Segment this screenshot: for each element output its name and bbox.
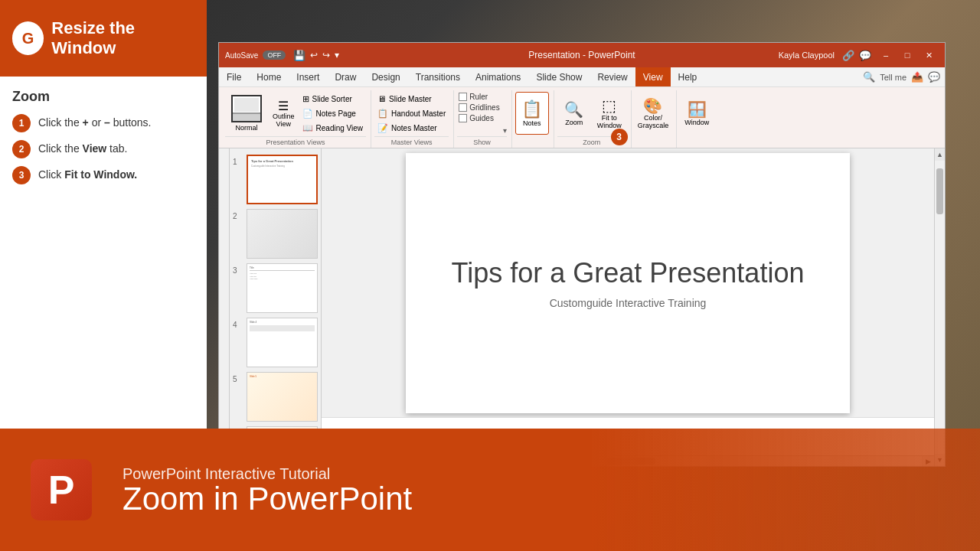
slide-main: Tips for a Great Presentation Customguid…	[322, 148, 934, 417]
cg-logo-letter: G	[22, 30, 34, 47]
title-bar: AutoSave OFF 💾 ↩ ↪ ▾ Presentation - Powe…	[219, 43, 945, 67]
notes-page-btn[interactable]: 📄 Notes Page	[299, 106, 367, 120]
normal-view-btn[interactable]: Normal	[225, 92, 268, 135]
menu-draw[interactable]: Draw	[327, 67, 364, 86]
show-label: Show	[457, 136, 506, 148]
ruler-checkbox[interactable]	[459, 93, 467, 101]
minimize-btn[interactable]: –	[876, 47, 896, 63]
slide-2[interactable]: 2	[233, 209, 318, 259]
step-2-text: Click the View tab.	[38, 140, 127, 157]
step-1: 1 Click the + or – buttons.	[12, 114, 194, 132]
comment-icon[interactable]: 💬	[859, 50, 871, 61]
slide-sorter-btn[interactable]: ⊞ Slide Sorter	[299, 92, 367, 106]
outline-view-icon: ☰	[278, 99, 289, 113]
menu-help[interactable]: Help	[671, 67, 705, 86]
notes-master-btn[interactable]: 📝 Notes Master	[374, 121, 449, 135]
slide-5[interactable]: 5 Slide 5	[233, 372, 318, 422]
slide-2-img[interactable]	[247, 209, 318, 259]
search-label[interactable]: Tell me	[880, 73, 906, 82]
slide-1[interactable]: 1 Tips for a Great Presentation Customgu…	[233, 155, 318, 204]
slide-sorter-icon: ⊞	[302, 94, 309, 104]
show-checkboxes: Ruler Gridlines Guides	[457, 92, 501, 123]
save-icon[interactable]: 💾	[293, 50, 305, 61]
slide-1-img[interactable]: Tips for a Great Presentation Customguid…	[247, 155, 318, 204]
slide-master-btn[interactable]: 🖥 Slide Master	[374, 92, 449, 106]
search-icon[interactable]: 🔍	[863, 71, 875, 83]
menu-slideshow[interactable]: Slide Show	[528, 67, 590, 86]
close-btn[interactable]: ✕	[919, 47, 939, 63]
slide-2-num: 2	[233, 212, 243, 220]
ppt-logo-area: P	[0, 459, 122, 520]
zoom-items: 🔍 Zoom ⬚ Fit toWindow	[557, 92, 626, 135]
guides-row[interactable]: Guides	[457, 113, 501, 123]
notes-page-icon: 📄	[302, 109, 313, 119]
window-label: Window	[684, 119, 709, 126]
gridlines-checkbox[interactable]	[459, 103, 467, 112]
title-bar-left: AutoSave OFF 💾 ↩ ↪ ▾	[225, 50, 339, 61]
slide-5-img[interactable]: Slide 5	[247, 372, 318, 422]
zoom-btn[interactable]: 🔍 Zoom	[557, 92, 591, 135]
menu-insert[interactable]: Insert	[289, 67, 327, 86]
customize-icon[interactable]: ▾	[335, 50, 339, 60]
gridlines-label: Gridlines	[469, 103, 499, 112]
color-icon: 🎨	[643, 96, 662, 115]
slide-4[interactable]: 4 Slide 4	[233, 318, 318, 367]
guides-checkbox[interactable]	[459, 114, 467, 122]
menu-home[interactable]: Home	[249, 67, 289, 86]
menu-animations[interactable]: Animations	[468, 67, 528, 86]
slide-3-img[interactable]: Title • Item one• Item two• Item three	[247, 263, 318, 313]
outline-view-label: OutlineView	[273, 113, 295, 129]
left-panel-header: G Resize the Window	[0, 0, 207, 77]
master-views-col: 🖥 Slide Master 📋 Handout Master 📝 Notes …	[374, 92, 449, 135]
color-btn[interactable]: 🎨 Color/Grayscale	[635, 92, 672, 135]
slide-1-num: 1	[233, 158, 243, 166]
slide-subtitle: Customguide Interactive Training	[550, 297, 707, 309]
v-scrollbar-track	[935, 161, 945, 454]
presentation-views-group: Normal ☰ OutlineView ⊞ Slide Sorter	[222, 90, 371, 148]
left-sidebar-scroll	[219, 148, 230, 466]
app-title: Presentation - PowerPoint	[528, 50, 635, 60]
menu-file[interactable]: File	[219, 67, 249, 86]
comment-btn[interactable]: 💬	[928, 71, 940, 83]
ruler-row[interactable]: Ruler	[457, 92, 501, 102]
maximize-btn[interactable]: □	[897, 47, 917, 63]
window-btn[interactable]: 🪟 Window	[680, 92, 714, 135]
scroll-up-btn[interactable]: ▲	[935, 148, 945, 161]
slide-5-num: 5	[233, 375, 243, 383]
notes-group: 📋 Notes .	[512, 90, 554, 148]
menu-review[interactable]: Review	[590, 67, 635, 86]
normal-label: Normal	[235, 124, 257, 132]
step-1-num: 1	[12, 114, 31, 132]
autosave-toggle[interactable]: OFF	[263, 51, 286, 60]
v-scrollbar-thumb[interactable]	[936, 168, 943, 214]
notes-btn[interactable]: 📋 Notes	[515, 92, 549, 135]
menu-view[interactable]: View	[635, 67, 671, 86]
reading-view-btn[interactable]: 📖 Reading View	[299, 121, 367, 135]
show-dialog-launcher[interactable]: ▾	[503, 126, 507, 135]
slide-3[interactable]: 3 Title • Item one• Item two• Item three	[233, 263, 318, 313]
slide-panel: 1 Tips for a Great Presentation Customgu…	[230, 148, 322, 466]
gridlines-row[interactable]: Gridlines	[457, 103, 501, 112]
ribbon: Normal ☰ OutlineView ⊞ Slide Sorter	[219, 87, 945, 148]
slide-master-icon: 🖥	[377, 94, 386, 103]
handout-master-btn[interactable]: 📋 Handout Master	[374, 106, 449, 120]
v-scrollbar[interactable]: ▲ ▼	[934, 148, 945, 466]
share-btn[interactable]: 📤	[911, 71, 923, 83]
share-icon[interactable]: 🔗	[842, 50, 854, 61]
menu-transitions[interactable]: Transitions	[408, 67, 468, 86]
redo-icon[interactable]: ↪	[322, 50, 330, 60]
main-view-area: Tips for a Great Presentation Customguid…	[322, 148, 934, 466]
menu-design[interactable]: Design	[364, 67, 407, 86]
show-group: Ruler Gridlines Guides ▾ Show	[454, 90, 511, 148]
step-3-text: Click Fit to Window.	[38, 166, 137, 183]
undo-icon[interactable]: ↩	[310, 50, 318, 60]
zoom-group: 🔍 Zoom ⬚ Fit toWindow Zoom 3	[554, 90, 632, 148]
notes-master-label: Notes Master	[391, 124, 436, 132]
slide-canvas[interactable]: Tips for a Great Presentation Customguid…	[406, 153, 850, 413]
guides-label: Guides	[469, 114, 494, 122]
slide-3-num: 3	[233, 266, 243, 275]
slide-4-img[interactable]: Slide 4	[247, 318, 318, 367]
normal-icon	[231, 95, 262, 122]
outline-view-btn[interactable]: ☰ OutlineView	[270, 92, 298, 135]
step-3: 3 Click Fit to Window.	[12, 166, 194, 184]
